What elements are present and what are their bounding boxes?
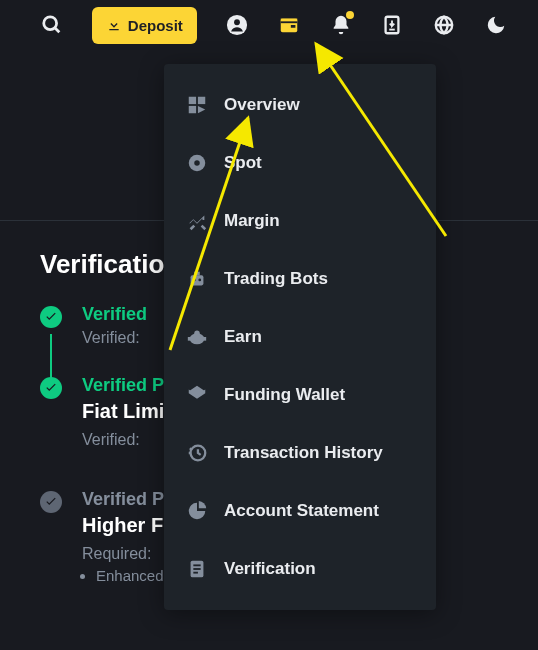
- dropdown-item-history[interactable]: Transaction History: [164, 424, 436, 482]
- dropdown-item-statement[interactable]: Account Statement: [164, 482, 436, 540]
- svg-rect-28: [193, 572, 198, 574]
- svg-point-18: [193, 279, 196, 282]
- margin-icon: [186, 210, 208, 232]
- dropdown-item-tradingbots[interactable]: Trading Bots: [164, 250, 436, 308]
- top-bar: Deposit: [0, 0, 538, 50]
- svg-point-3: [234, 19, 240, 25]
- svg-rect-17: [194, 272, 200, 276]
- svg-rect-27: [193, 568, 200, 570]
- wallet-icon[interactable]: [277, 13, 301, 37]
- deposit-button[interactable]: Deposit: [92, 7, 197, 44]
- download-icon: [106, 17, 122, 33]
- dropdown-label: Verification: [224, 559, 316, 579]
- dropdown-label: Funding Wallet: [224, 385, 345, 405]
- globe-icon[interactable]: [432, 13, 456, 37]
- dropdown-item-spot[interactable]: Spot: [164, 134, 436, 192]
- svg-rect-9: [390, 29, 396, 31]
- svg-point-19: [198, 279, 201, 282]
- dropdown-label: Spot: [224, 153, 262, 173]
- dropdown-label: Transaction History: [224, 443, 383, 463]
- check-icon: [40, 491, 62, 513]
- svg-rect-26: [193, 564, 200, 566]
- check-icon: [40, 306, 62, 328]
- svg-point-0: [44, 17, 57, 30]
- svg-rect-12: [198, 97, 205, 104]
- svg-rect-16: [191, 275, 204, 285]
- dropdown-item-earn[interactable]: Earn: [164, 308, 436, 366]
- funding-icon: [186, 384, 208, 406]
- svg-point-15: [194, 160, 200, 166]
- dropdown-item-margin[interactable]: Margin: [164, 192, 436, 250]
- verification-icon: [186, 558, 208, 580]
- bot-icon: [186, 268, 208, 290]
- dropdown-label: Account Statement: [224, 501, 379, 521]
- svg-rect-11: [189, 97, 196, 104]
- history-icon: [186, 442, 208, 464]
- earn-icon: [186, 326, 208, 348]
- dropdown-item-verification[interactable]: Verification: [164, 540, 436, 598]
- svg-line-1: [55, 28, 60, 33]
- dropdown-label: Margin: [224, 211, 280, 231]
- notification-dot: [346, 11, 354, 19]
- dropdown-label: Overview: [224, 95, 300, 115]
- profile-icon[interactable]: [225, 13, 249, 37]
- svg-rect-7: [290, 25, 295, 28]
- notifications-icon[interactable]: [329, 13, 353, 37]
- svg-rect-6: [280, 19, 297, 22]
- theme-toggle-icon[interactable]: [484, 13, 508, 37]
- overview-icon: [186, 94, 208, 116]
- spot-icon: [186, 152, 208, 174]
- dropdown-label: Earn: [224, 327, 262, 347]
- dropdown-item-overview[interactable]: Overview: [164, 76, 436, 134]
- check-icon: [40, 377, 62, 399]
- dropdown-label: Trading Bots: [224, 269, 328, 289]
- svg-rect-22: [188, 337, 191, 341]
- svg-rect-23: [203, 337, 206, 341]
- svg-point-21: [194, 331, 200, 337]
- statement-icon: [186, 500, 208, 522]
- deposit-label: Deposit: [128, 17, 183, 34]
- download-app-icon[interactable]: [380, 13, 404, 37]
- svg-rect-13: [189, 106, 196, 113]
- dropdown-item-funding[interactable]: Funding Wallet: [164, 366, 436, 424]
- wallet-dropdown: Overview Spot Margin Trading Bots Earn F…: [164, 64, 436, 610]
- search-icon[interactable]: [40, 13, 64, 37]
